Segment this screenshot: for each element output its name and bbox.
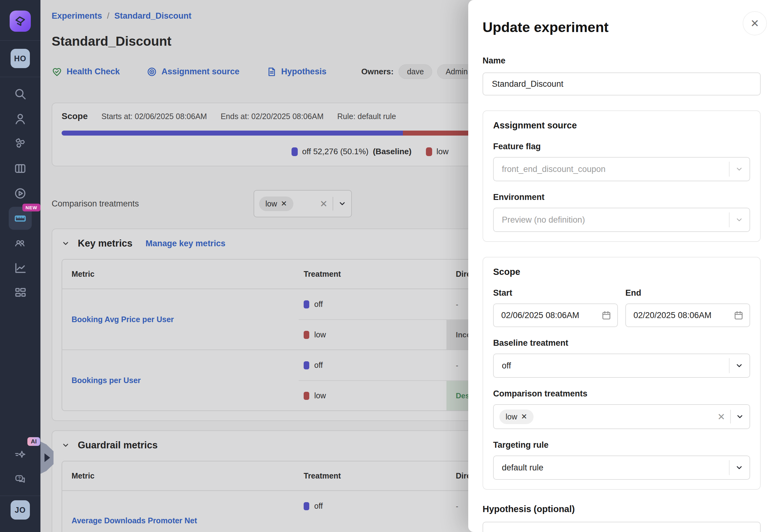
- targeting-rule-select[interactable]: default rule: [493, 456, 750, 480]
- feature-flags-icon[interactable]: [8, 131, 33, 156]
- divider: [729, 460, 730, 475]
- comparison-treatments-label: Comparison treatments: [493, 389, 750, 399]
- help-chat-icon[interactable]: ?: [8, 467, 33, 492]
- audience-icon[interactable]: [8, 231, 33, 256]
- chevron-down-icon: [735, 165, 743, 173]
- sidebar-bottom: AI ? JO: [0, 442, 40, 520]
- chevron-down-icon: [735, 464, 743, 472]
- start-label: Start: [493, 288, 618, 298]
- end-date-value: 02/20/2025 08:06AM: [634, 311, 712, 320]
- start-date-value: 02/06/2025 08:06AM: [501, 311, 579, 320]
- close-icon[interactable]: ✕: [743, 11, 767, 35]
- sidebar-item-experiments-active[interactable]: NEW: [9, 207, 32, 230]
- chip-remove-icon[interactable]: ✕: [521, 412, 527, 421]
- feature-flag-select[interactable]: front_end_discount_coupon: [493, 157, 750, 181]
- comparison-treatments-select[interactable]: low ✕ ✕: [493, 404, 750, 429]
- sidebar-nav: NEW: [8, 81, 33, 305]
- new-badge: NEW: [22, 204, 40, 211]
- targeting-rule-label: Targeting rule: [493, 440, 750, 450]
- chevron-down-icon: [735, 216, 743, 224]
- divider: [0, 77, 40, 77]
- assignment-source-card: Assignment source Feature flag front_end…: [483, 110, 761, 242]
- update-experiment-drawer: ✕ Update experiment Name Standard_Discou…: [468, 0, 775, 532]
- clear-icon[interactable]: ✕: [717, 411, 725, 422]
- workspace-avatar[interactable]: HO: [11, 49, 30, 68]
- name-input[interactable]: Standard_Discount: [483, 72, 761, 95]
- divider: [729, 358, 730, 373]
- app-window: HO NEW: [0, 0, 775, 532]
- feature-flag-value: front_end_discount_coupon: [502, 164, 606, 174]
- end-label: End: [625, 288, 750, 298]
- environment-value: Preview (no definition): [502, 215, 585, 225]
- treatment-chip[interactable]: low ✕: [499, 409, 534, 424]
- pulse-play-icon[interactable]: [8, 181, 33, 206]
- environment-select[interactable]: Preview (no definition): [493, 208, 750, 232]
- hypothesis-input[interactable]: [483, 522, 761, 532]
- ai-assistant-icon[interactable]: AI: [8, 442, 33, 467]
- chevron-down-icon: [735, 362, 743, 370]
- statsig-logo-icon[interactable]: [10, 11, 31, 32]
- targeting-rule-value: default rule: [502, 463, 544, 473]
- chip-label: low: [506, 412, 518, 421]
- svg-text:?: ?: [18, 476, 21, 481]
- start-date-input[interactable]: 02/06/2025 08:06AM: [493, 303, 618, 327]
- calendar-icon: [601, 310, 612, 321]
- environment-label: Environment: [493, 192, 750, 202]
- hypothesis-optional-label: Hypothesis (optional): [483, 504, 761, 514]
- end-date-input[interactable]: 02/20/2025 08:06AM: [625, 303, 750, 327]
- calendar-icon: [733, 310, 744, 321]
- baseline-treatment-label: Baseline treatment: [493, 338, 750, 348]
- assignment-source-heading: Assignment source: [493, 120, 750, 131]
- columns-icon[interactable]: [8, 156, 33, 181]
- divider: [729, 162, 730, 177]
- divider: [730, 410, 731, 423]
- name-label: Name: [483, 56, 761, 66]
- dashboard-grid-icon[interactable]: [8, 280, 33, 305]
- feature-flag-label: Feature flag: [493, 142, 750, 151]
- baseline-treatment-value: off: [502, 361, 511, 371]
- metrics-chart-icon[interactable]: [8, 256, 33, 280]
- divider: [729, 212, 730, 227]
- chevron-down-icon[interactable]: [736, 413, 744, 421]
- users-icon[interactable]: [8, 106, 33, 131]
- divider: [0, 40, 40, 41]
- drawer-title: Update experiment: [483, 19, 761, 35]
- ai-badge: AI: [27, 437, 40, 446]
- ruler-icon: [14, 212, 27, 225]
- baseline-treatment-select[interactable]: off: [493, 354, 750, 378]
- user-avatar[interactable]: JO: [11, 500, 30, 520]
- name-input-value: Standard_Discount: [492, 79, 564, 89]
- search-icon[interactable]: [8, 81, 33, 106]
- sidebar: HO NEW: [0, 0, 40, 532]
- scope-card: Scope Start 02/06/2025 08:06AM End 02/20…: [483, 257, 761, 490]
- scope-heading: Scope: [493, 267, 750, 277]
- divider: [0, 496, 40, 496]
